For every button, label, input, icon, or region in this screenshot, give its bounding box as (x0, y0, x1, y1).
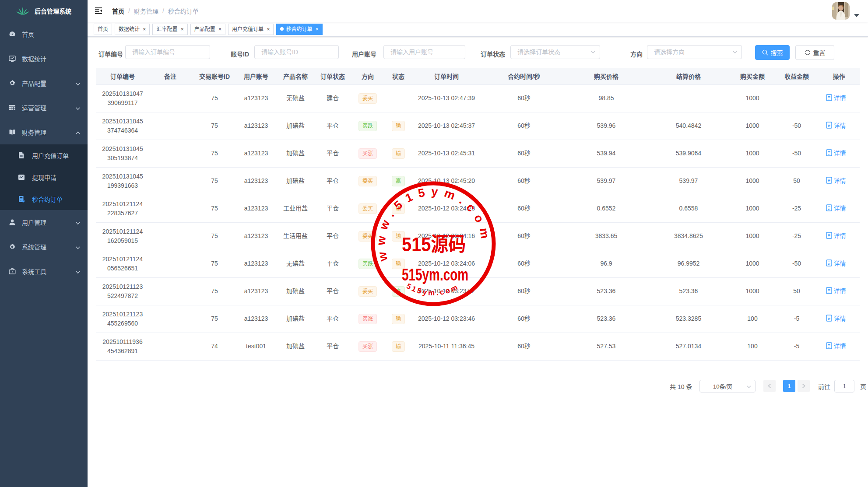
svg-text:515ym.com: 515ym.com (405, 282, 460, 297)
svg-text:515ym.com: 515ym.com (402, 266, 468, 284)
svg-text:515源码: 515源码 (402, 233, 466, 256)
